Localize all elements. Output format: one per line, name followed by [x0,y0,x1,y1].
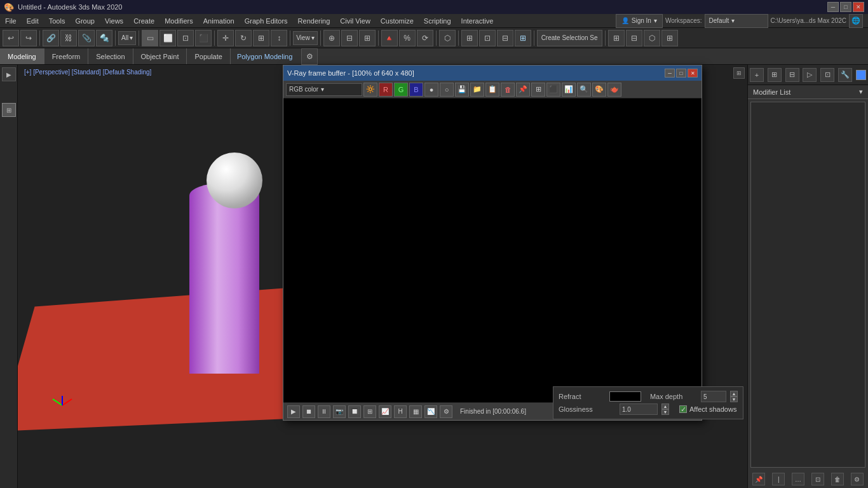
create-panel-icon[interactable]: + [750,68,764,82]
play-button[interactable]: ▶ [2,67,16,81]
select-filter-dropdown[interactable]: All ▾ [118,31,136,45]
vray-bottom-btn4[interactable]: 📷 [333,405,346,418]
sign-in-button[interactable]: 👤 Sign In ▾ [616,14,663,28]
tab-populate[interactable]: Populate [187,48,230,64]
toolbar-extra3[interactable]: ⬡ [644,30,660,46]
display-panel-icon[interactable]: ⊡ [820,68,834,82]
snap-toggle[interactable]: ⊕ [323,30,340,46]
color-swatch[interactable] [856,70,866,80]
active-inactive-btn[interactable]: | [772,473,785,485]
maximize-button[interactable]: □ [840,2,851,12]
toolbar-extra[interactable]: ⊞ [608,30,625,46]
rotate-button[interactable]: ↻ [235,30,252,46]
refract-color-swatch[interactable] [609,391,641,402]
max-depth-spinner[interactable]: ▲ ▼ [730,391,738,402]
material-editor[interactable]: ⊡ [479,30,496,46]
menu-tools[interactable]: Tools [44,14,71,27]
menu-civil-view[interactable]: Civil View [335,14,375,27]
vray-red-btn[interactable]: R [379,83,393,97]
menu-file[interactable]: File [0,14,22,27]
vray-bottom-btn1[interactable]: ▶ [287,405,300,418]
menu-edit[interactable]: Edit [22,14,44,27]
vray-bottom-btn7[interactable]: 📈 [379,405,391,418]
glossiness-spinner[interactable]: ▲ ▼ [661,403,669,415]
vray-close-btn[interactable]: ✕ [688,69,698,78]
workspaces-dropdown[interactable]: Default ▾ [705,14,768,28]
select-region2-button[interactable]: ⬛ [195,30,212,46]
secondary-extra[interactable]: ⚙ [301,48,318,65]
vray-save-btn[interactable]: 💾 [455,83,469,97]
vray-bottom-btn5[interactable]: 🔲 [348,405,361,418]
scale2-button[interactable]: ↕ [271,30,287,46]
render-frame[interactable]: ⊞ [515,30,531,46]
tab-modeling[interactable]: Modeling [0,48,44,64]
vray-bottom-btn8[interactable]: H [394,405,407,418]
vray-bottom-btn2[interactable]: ⏹ [302,405,315,418]
vray-maximize-btn[interactable]: □ [676,69,686,78]
window-crossing-button[interactable]: ⊡ [177,30,194,46]
motion-panel-icon[interactable]: ▷ [803,68,817,82]
mirror-button[interactable]: ⊟ [341,30,358,46]
vray-open-btn[interactable]: 📁 [470,83,484,97]
title-bar-controls[interactable]: ─ □ ✕ [827,2,864,12]
vray-alpha-btn[interactable]: ○ [440,83,454,97]
configure-btn[interactable]: ⚙ [851,473,864,485]
vray-clear-btn[interactable]: 🗑 [501,83,515,97]
menu-interactive[interactable]: Interactive [456,14,499,27]
make-unique-btn[interactable]: ⊡ [811,473,824,485]
menu-modifiers[interactable]: Modifiers [159,14,198,27]
menu-create[interactable]: Create [128,14,159,27]
vray-lut-btn[interactable]: 📊 [562,83,576,97]
tab-object-paint[interactable]: Object Paint [133,48,187,64]
bind2-button[interactable]: 🔩 [96,30,112,46]
utilities-panel-icon[interactable]: 🔧 [838,68,852,82]
vray-region-btn[interactable]: ⬛ [546,83,560,97]
toolbar-extra2[interactable]: ⊟ [626,30,642,46]
remove-modifier-btn[interactable]: 🗑 [831,473,844,485]
vray-tea-btn[interactable]: 🫖 [607,83,621,97]
hierarchy-panel-icon[interactable]: ⊟ [785,68,799,82]
select-region-button[interactable]: ⬜ [159,30,176,46]
editor-button[interactable]: ⬡ [439,30,456,46]
create-selection-set[interactable]: Create Selection Se [537,30,602,46]
angle-snap[interactable]: 🔺 [381,30,398,46]
render-setup[interactable]: ⊟ [497,30,513,46]
vray-lens-btn[interactable]: 🎨 [592,83,606,97]
vray-copy-btn[interactable]: 📋 [485,83,499,97]
globe-button[interactable]: 🌐 [849,14,863,28]
vray-channel-dropdown[interactable]: RGB color ▾ [286,83,362,96]
vray-green-btn[interactable]: G [394,83,408,97]
undo-button[interactable]: ↩ [3,30,19,46]
scale-button[interactable]: ⊞ [253,30,269,46]
move-button[interactable]: ✛ [217,30,234,46]
menu-animation[interactable]: Animation [198,14,240,27]
close-button[interactable]: ✕ [853,2,864,12]
affect-shadows-checkbox[interactable]: ✓ [679,405,687,413]
vray-mono-btn[interactable]: ● [424,83,438,97]
menu-graph-editors[interactable]: Graph Editors [240,14,293,27]
menu-views[interactable]: Views [100,14,128,27]
vray-minimize-btn[interactable]: ─ [665,69,675,78]
vray-bottom-btn11[interactable]: ⚙ [440,405,452,418]
unlink-button[interactable]: ⛓ [60,30,77,46]
schematic-view[interactable]: ⊞ [461,30,478,46]
menu-rendering[interactable]: Rendering [293,14,336,27]
toolbar-extra4[interactable]: ⊞ [661,30,678,46]
vray-blue-btn[interactable]: B [409,83,423,97]
vray-gamma-btn[interactable]: 🔆 [363,83,377,97]
minimize-button[interactable]: ─ [827,2,839,12]
max-depth-input[interactable] [701,391,726,402]
glossiness-input[interactable] [620,403,658,415]
viewport-nav-btn[interactable]: ⊞ [2,103,16,117]
link-button[interactable]: 🔗 [43,30,59,46]
percent-snap[interactable]: % [399,30,416,46]
vray-bottom-btn3[interactable]: ⏸ [318,405,330,418]
vray-compare-btn[interactable]: ⊞ [531,83,545,97]
tab-selection[interactable]: Selection [88,48,133,64]
pin-stack-btn[interactable]: 📌 [752,473,765,485]
show-result-btn[interactable]: … [792,473,804,485]
vray-pin-btn[interactable]: 📌 [516,83,530,97]
vray-bottom-btn10[interactable]: 📉 [424,405,437,418]
tab-freeform[interactable]: Freeform [44,48,89,64]
modify-panel-icon[interactable]: ⊞ [768,68,782,82]
